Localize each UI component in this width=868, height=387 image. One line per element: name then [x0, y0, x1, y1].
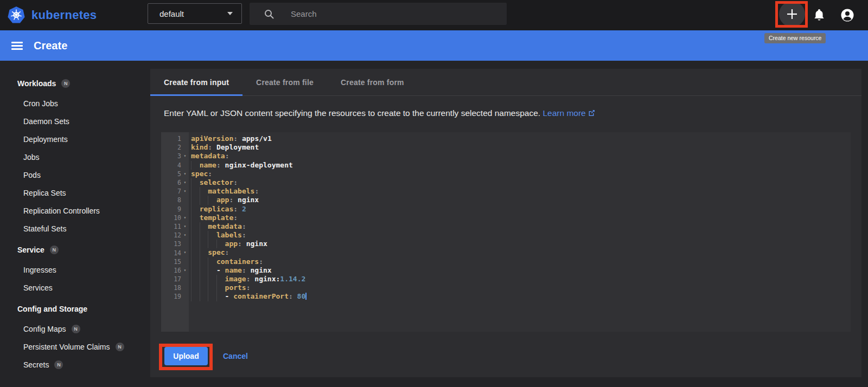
tab-create-from-input[interactable]: Create from input: [150, 69, 242, 95]
gutter-row: 7▾: [161, 187, 189, 196]
fold-icon[interactable]: ▾: [181, 214, 189, 222]
gutter-row: 4: [161, 161, 189, 170]
brand-title[interactable]: kubernetes: [31, 0, 97, 30]
fold-icon[interactable]: ▾: [181, 152, 189, 160]
upload-button[interactable]: Upload: [164, 347, 208, 365]
indent-guide: [200, 196, 208, 204]
code-line[interactable]: metadata:: [191, 152, 851, 160]
code-token: image: [225, 275, 246, 283]
code-token: labels: [216, 231, 242, 239]
line-number: 11: [174, 223, 181, 230]
code-line[interactable]: app: nginx: [191, 240, 851, 248]
sidebar-header-config-and-storage[interactable]: Config and Storage: [0, 304, 150, 314]
sidebar-item-pods[interactable]: Pods: [0, 166, 150, 184]
code-token: :: [242, 222, 246, 230]
fold-icon[interactable]: ▾: [181, 266, 189, 275]
code-token: :: [225, 248, 229, 256]
code-token: apiVersion: [191, 134, 233, 143]
indent-guide: [200, 283, 208, 292]
sidebar-header-service[interactable]: ServiceN: [0, 244, 150, 255]
code-line[interactable]: metadata:: [191, 222, 851, 231]
tab-create-from-form[interactable]: Create from form: [327, 69, 418, 95]
sidebar-item-config-maps[interactable]: Config MapsN: [0, 320, 150, 338]
code-line[interactable]: name: nginx-deployment: [191, 161, 851, 170]
code-line[interactable]: replicas: 2: [191, 205, 851, 214]
yaml-editor[interactable]: 123▾45▾6▾7▾8910▾11▾12▾1314▾1516▾171819 a…: [161, 132, 851, 332]
indent-guide: [208, 231, 216, 240]
code-line[interactable]: image: nginx:1.14.2: [191, 275, 851, 283]
namespace-value: default: [159, 9, 184, 18]
indent-guide: [191, 283, 200, 292]
code-line[interactable]: selector:: [191, 178, 851, 187]
tabs: Create from inputCreate from fileCreate …: [150, 69, 861, 96]
line-number: 19: [174, 293, 181, 300]
tab-create-from-file[interactable]: Create from file: [242, 69, 327, 95]
indent-guide: [191, 178, 200, 187]
code-token: Deployment: [212, 143, 259, 151]
code-line[interactable]: spec:: [191, 170, 851, 178]
code-token: nginx-deployment: [221, 161, 293, 169]
sidebar-item-services[interactable]: Services: [0, 279, 150, 296]
notifications-button[interactable]: [812, 8, 827, 23]
sidebar-header-workloads[interactable]: WorkloadsN: [0, 78, 150, 89]
sidebar-item-daemon-sets[interactable]: Daemon Sets: [0, 112, 150, 130]
code-line[interactable]: kind: Deployment: [191, 143, 851, 152]
code-line[interactable]: apiVersion: apps/v1: [191, 134, 851, 143]
code-line[interactable]: matchLabels:: [191, 187, 851, 196]
code-token: metadata: [208, 222, 242, 230]
sidebar-item-cron-jobs[interactable]: Cron Jobs: [0, 94, 150, 112]
sidebar-item-secrets[interactable]: SecretsN: [0, 356, 150, 373]
gutter-row: 2: [161, 143, 189, 152]
tooltip-create-new-resource: Create new resource: [764, 33, 826, 43]
sidebar-item-jobs[interactable]: Jobs: [0, 148, 150, 166]
indent-guide: [208, 283, 216, 292]
sidebar-item-replication-controllers[interactable]: Replication Controllers: [0, 202, 150, 220]
sidebar-section-config-and-storage: Config and StorageConfig MapsNPersistent…: [0, 304, 150, 373]
sidebar-item-stateful-sets[interactable]: Stateful Sets: [0, 220, 150, 237]
code-line[interactable]: - name: nginx: [191, 266, 851, 275]
sidebar-item-label: Replication Controllers: [23, 207, 100, 215]
search-input[interactable]: [290, 9, 485, 19]
sidebar-item-deployments[interactable]: Deployments: [0, 130, 150, 148]
fold-icon[interactable]: ▾: [181, 231, 189, 240]
indent-guide: [216, 283, 225, 292]
new-badge: N: [61, 79, 70, 88]
fold-icon[interactable]: ▾: [181, 178, 189, 187]
code-line[interactable]: app: nginx: [191, 196, 851, 204]
menu-icon[interactable]: [11, 42, 23, 50]
editor-gutter: 123▾45▾6▾7▾8910▾11▾12▾1314▾1516▾171819: [161, 132, 189, 332]
search-bar[interactable]: [250, 3, 507, 25]
editor-code-area[interactable]: apiVersion: apps/v1kind: Deploymentmetad…: [189, 132, 851, 332]
indent-guide: [208, 240, 216, 248]
fold-icon[interactable]: ▾: [181, 248, 189, 257]
gutter-row: 10▾: [161, 214, 189, 222]
account-button[interactable]: [840, 8, 855, 23]
fold-icon[interactable]: ▾: [181, 170, 189, 178]
indent-guide: [191, 214, 200, 222]
sidebar-item-persistent-volume-claims[interactable]: Persistent Volume ClaimsN: [0, 338, 150, 356]
sidebar-item-label: Services: [23, 283, 53, 292]
code-token: spec: [191, 170, 208, 178]
gutter-row: 5▾: [161, 170, 189, 178]
learn-more-link[interactable]: Learn more: [542, 108, 595, 118]
code-token: containerPort: [233, 292, 289, 300]
cancel-button[interactable]: Cancel: [220, 351, 251, 361]
sidebar-item-replica-sets[interactable]: Replica Sets: [0, 184, 150, 202]
code-token: :: [242, 231, 246, 239]
fold-icon[interactable]: ▾: [181, 187, 189, 196]
code-line[interactable]: - containerPort: 80: [191, 292, 851, 301]
line-number: 16: [174, 267, 181, 274]
namespace-selector[interactable]: default: [148, 3, 242, 24]
sidebar-item-ingresses[interactable]: Ingresses: [0, 261, 150, 279]
code-line[interactable]: containers:: [191, 257, 851, 266]
indent-guide: [191, 161, 200, 170]
new-badge: N: [72, 325, 80, 333]
code-line[interactable]: labels:: [191, 231, 851, 240]
fold-icon[interactable]: ▾: [181, 222, 189, 231]
code-line[interactable]: template:: [191, 214, 851, 222]
code-line[interactable]: spec:: [191, 248, 851, 257]
create-new-resource-button[interactable]: [779, 1, 805, 27]
code-token: selector: [200, 178, 234, 186]
code-line[interactable]: ports:: [191, 283, 851, 292]
line-number: 3: [177, 152, 181, 160]
